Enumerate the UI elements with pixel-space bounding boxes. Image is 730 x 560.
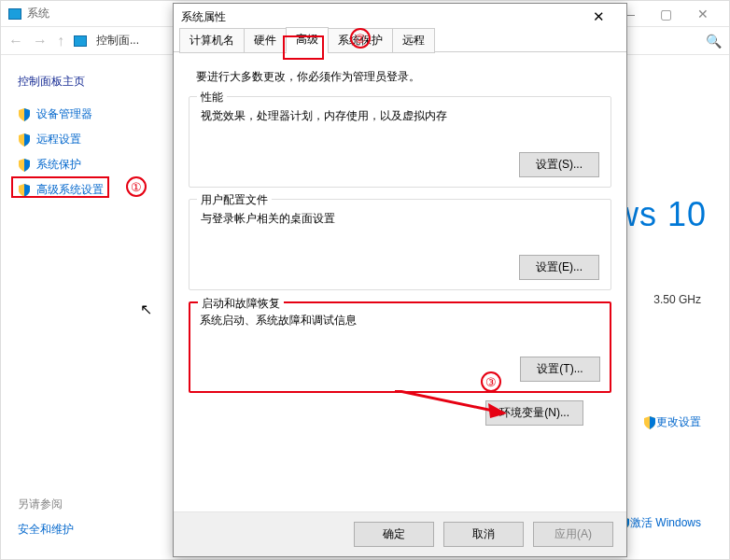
annotation-box-2 — [283, 35, 324, 60]
apply-button[interactable]: 应用(A) — [533, 522, 613, 547]
annotation-arrow — [395, 390, 507, 418]
tab-strip: 计算机名 硬件 高级 系统保护 远程 — [174, 30, 626, 52]
profile-settings-button[interactable]: 设置(E)... — [519, 255, 599, 280]
annotation-circle-3: ③ — [481, 371, 501, 392]
maximize-button[interactable]: ▢ — [647, 3, 684, 25]
monitor-icon — [8, 8, 21, 20]
security-maintenance-link[interactable]: 安全和维护 — [18, 522, 157, 538]
monitor-icon — [74, 35, 87, 47]
sidebar-item-label: 系统保护 — [36, 157, 81, 173]
cursor-icon: ↖ — [140, 301, 152, 318]
activate-windows-link[interactable]: 激活 Windows — [617, 515, 701, 531]
spec-ghz: 3.50 GHz — [653, 293, 701, 306]
breadcrumb[interactable]: 控制面... — [96, 33, 139, 49]
tab-remote[interactable]: 远程 — [392, 28, 435, 53]
svg-line-0 — [395, 390, 493, 411]
ok-button[interactable]: 确定 — [354, 522, 434, 547]
search-icon[interactable]: 🔍 — [706, 34, 722, 49]
change-settings-link[interactable]: 更改设置 — [643, 414, 701, 430]
forward-icon[interactable]: → — [33, 33, 48, 49]
cancel-button[interactable]: 取消 — [443, 522, 524, 547]
sidebar-item-device-manager[interactable]: 设备管理器 — [18, 106, 157, 122]
sidebar-item-protection[interactable]: 系统保护 — [18, 157, 157, 173]
group-title: 用户配置文件 — [197, 192, 272, 208]
annotation-circle-1: ① — [126, 176, 147, 197]
up-icon[interactable]: ↑ — [57, 33, 64, 49]
performance-settings-button[interactable]: 设置(S)... — [519, 152, 599, 177]
windows-logo-text: ws 10 — [614, 195, 707, 234]
dialog-footer: 确定 取消 应用(A) — [174, 511, 626, 556]
startup-recovery-group: 启动和故障恢复 系统启动、系统故障和调试信息 设置(T)... — [189, 301, 611, 393]
dialog-titlebar: 系统属性 ✕ — [174, 4, 626, 30]
annotation-box-1 — [11, 176, 109, 198]
close-button[interactable]: ✕ — [578, 5, 619, 29]
dialog-body: 要进行大多数更改，你必须作为管理员登录。 性能 视觉效果，处理器计划，内存使用，… — [174, 52, 626, 426]
annotation-circle-2: ② — [350, 28, 371, 49]
control-panel-home[interactable]: 控制面板主页 — [18, 74, 157, 90]
shield-icon — [18, 159, 31, 172]
shield-icon — [643, 416, 656, 429]
group-desc: 系统启动、系统故障和调试信息 — [200, 313, 600, 329]
change-settings-label: 更改设置 — [656, 414, 701, 430]
group-title: 启动和故障恢复 — [198, 296, 284, 312]
tab-hardware[interactable]: 硬件 — [244, 28, 287, 53]
close-parent-button[interactable]: ✕ — [684, 3, 722, 25]
group-title: 性能 — [197, 90, 227, 105]
group-desc: 视觉效果，处理器计划，内存使用，以及虚拟内存 — [201, 108, 599, 124]
shield-icon — [18, 108, 31, 121]
system-properties-dialog: 系统属性 ✕ 计算机名 硬件 高级 系统保护 远程 要进行大多数更改，你必须作为… — [173, 3, 627, 557]
group-desc: 与登录帐户相关的桌面设置 — [201, 211, 599, 227]
sidebar-item-label: 远程设置 — [36, 132, 81, 147]
user-profiles-group: 用户配置文件 与登录帐户相关的桌面设置 设置(E)... — [189, 199, 611, 290]
sidebar-item-remote[interactable]: 远程设置 — [18, 132, 157, 147]
spec-row: cs 3.50 GHz — [614, 293, 701, 306]
performance-group: 性能 视觉效果，处理器计划，内存使用，以及虚拟内存 设置(S)... — [189, 96, 611, 188]
also-see-title: 另请参阅 — [18, 497, 157, 512]
back-icon[interactable]: ← — [8, 33, 23, 49]
svg-marker-1 — [488, 403, 507, 418]
tab-computer-name[interactable]: 计算机名 — [179, 28, 245, 53]
startup-settings-button[interactable]: 设置(T)... — [520, 357, 600, 382]
activate-label: 激活 Windows — [630, 515, 701, 531]
intro-text: 要进行大多数更改，你必须作为管理员登录。 — [196, 69, 611, 85]
dialog-title: 系统属性 — [181, 9, 578, 25]
sidebar-item-label: 设备管理器 — [36, 106, 92, 122]
shield-icon — [18, 133, 31, 147]
